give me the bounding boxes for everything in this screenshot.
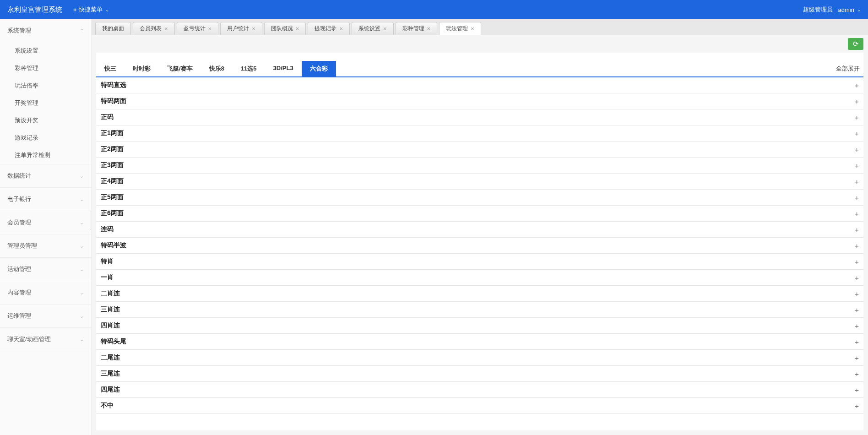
page-tab[interactable]: 提现记录× <box>308 22 350 35</box>
menu-group-header[interactable]: 聊天室/动画管理⌄ <box>0 328 91 351</box>
accordion-item[interactable]: 三肖连+ <box>96 302 863 318</box>
page-tab[interactable]: 玩法管理× <box>439 22 481 35</box>
chevron-down-icon: ⌄ <box>80 173 84 179</box>
accordion-item[interactable]: 二肖连+ <box>96 286 863 302</box>
plus-icon: + <box>855 162 859 169</box>
accordion-item[interactable]: 特码直选+ <box>96 77 863 93</box>
close-icon[interactable]: × <box>296 25 299 32</box>
menu-sub-item[interactable]: 玩法倍率 <box>0 77 91 94</box>
accordion-item-title: 特码头尾 <box>101 337 126 346</box>
accordion-item[interactable]: 四肖连+ <box>96 318 863 334</box>
menu-group: 数据统计⌄ <box>0 164 91 188</box>
close-icon[interactable]: × <box>471 25 474 32</box>
accordion-item[interactable]: 四尾连+ <box>96 382 863 398</box>
menu-group-header[interactable]: 电子银行⌄ <box>0 188 91 211</box>
page-tab[interactable]: 盈亏统计× <box>177 22 219 35</box>
menu-sub-item[interactable]: 系统设置 <box>0 42 91 60</box>
accordion-item-title: 正码 <box>101 113 114 121</box>
plus-icon: + <box>73 6 77 13</box>
quick-menu[interactable]: + 快捷菜单 ⌄ <box>73 5 109 14</box>
category-tab[interactable]: 飞艇/赛车 <box>159 61 201 76</box>
plus-icon: + <box>855 130 859 137</box>
accordion-item[interactable]: 特码头尾+ <box>96 334 863 350</box>
menu-group-header[interactable]: 系统管理⌃ <box>0 19 91 42</box>
page-tab[interactable]: 会员列表× <box>133 22 175 35</box>
content-toolbar: ⟳ <box>92 35 868 53</box>
menu-group-header[interactable]: 数据统计⌄ <box>0 164 91 187</box>
plus-icon: + <box>855 290 859 298</box>
accordion-item-title: 正2两面 <box>101 145 124 153</box>
category-tab[interactable]: 六合彩 <box>302 61 336 76</box>
expand-all-button[interactable]: 全部展开 <box>832 65 863 73</box>
menu-group-label: 运维管理 <box>7 312 31 320</box>
menu-sub-item[interactable]: 注单异常检测 <box>0 147 91 164</box>
plus-icon: + <box>855 226 859 234</box>
accordion-item[interactable]: 三尾连+ <box>96 366 863 382</box>
accordion-item[interactable]: 正3两面+ <box>96 158 863 174</box>
category-tab[interactable]: 时时彩 <box>125 61 159 76</box>
close-icon[interactable]: × <box>252 25 255 32</box>
accordion-item[interactable]: 正5两面+ <box>96 190 863 206</box>
category-tab[interactable]: 3D/PL3 <box>265 61 302 76</box>
menu-group-header[interactable]: 会员管理⌄ <box>0 211 91 234</box>
accordion-item[interactable]: 正2两面+ <box>96 141 863 158</box>
menu-sub-item[interactable]: 游戏记录 <box>0 129 91 147</box>
menu-sub-item[interactable]: 预设开奖 <box>0 112 91 129</box>
content: 快三时时彩飞艇/赛车快乐811选53D/PL3六合彩 全部展开 特码直选+特码两… <box>96 53 863 430</box>
accordion-item[interactable]: 一肖+ <box>96 270 863 286</box>
page-tab[interactable]: 系统设置× <box>352 22 394 35</box>
menu-group-header[interactable]: 内容管理⌄ <box>0 281 91 304</box>
accordion-item-title: 特码两面 <box>101 97 126 105</box>
accordion-item[interactable]: 正码+ <box>96 109 863 125</box>
close-icon[interactable]: × <box>383 25 387 32</box>
page-tab[interactable]: 团队概况× <box>264 22 306 35</box>
accordion-item-title: 一肖 <box>101 273 114 282</box>
menu-group-label: 管理员管理 <box>7 242 37 250</box>
plus-icon: + <box>855 210 859 218</box>
accordion-item[interactable]: 特码半波+ <box>96 238 863 254</box>
menu-group-header[interactable]: 管理员管理⌄ <box>0 234 91 257</box>
accordion-item[interactable]: 不中+ <box>96 398 863 414</box>
menu-group-header[interactable]: 运维管理⌄ <box>0 304 91 327</box>
close-icon[interactable]: × <box>339 25 343 32</box>
category-tab[interactable]: 快三 <box>96 61 125 76</box>
plus-icon: + <box>855 402 859 410</box>
accordion-item[interactable]: 连码+ <box>96 222 863 238</box>
chevron-down-icon: ⌄ <box>80 266 84 272</box>
accordion-item[interactable]: 正6两面+ <box>96 206 863 222</box>
menu-group: 运维管理⌄ <box>0 304 91 328</box>
accordion-item[interactable]: 正1两面+ <box>96 125 863 141</box>
app-title: 永利皇宫管理系统 <box>7 5 62 14</box>
accordion-item-title: 正1两面 <box>101 129 124 137</box>
close-icon[interactable]: × <box>208 25 212 32</box>
refresh-button[interactable]: ⟳ <box>848 38 863 50</box>
user-menu[interactable]: 超级管理员 admin ⌄ <box>803 5 861 14</box>
sidebar-collapse-handle[interactable]: ◀ <box>90 212 92 230</box>
accordion-item[interactable]: 正4两面+ <box>96 174 863 190</box>
menu-sub-item[interactable]: 开奖管理 <box>0 94 91 112</box>
accordion-item[interactable]: 二尾连+ <box>96 350 863 366</box>
page-tab[interactable]: 用户统计× <box>220 22 262 35</box>
page-tab-label: 团队概况 <box>271 25 293 33</box>
category-row: 快三时时彩飞艇/赛车快乐811选53D/PL3六合彩 全部展开 <box>96 61 863 77</box>
category-tab[interactable]: 11选5 <box>233 61 265 76</box>
close-icon[interactable]: × <box>427 25 431 32</box>
chevron-down-icon: ⌄ <box>80 337 84 343</box>
plus-icon: + <box>855 354 859 362</box>
menu-sub-item[interactable]: 彩种管理 <box>0 60 91 77</box>
page-tab-label: 我的桌面 <box>102 25 124 33</box>
accordion-item[interactable]: 特肖+ <box>96 254 863 270</box>
plus-icon: + <box>855 178 859 185</box>
category-tab[interactable]: 快乐8 <box>201 61 233 76</box>
menu-group-header[interactable]: 活动管理⌄ <box>0 258 91 281</box>
accordion-item-title: 正3两面 <box>101 161 124 169</box>
chevron-down-icon: ⌄ <box>105 7 109 12</box>
page-tab[interactable]: 彩种管理× <box>396 22 438 35</box>
close-icon[interactable]: × <box>164 25 168 32</box>
accordion-item[interactable]: 特码两面+ <box>96 93 863 109</box>
category-tabs: 快三时时彩飞艇/赛车快乐811选53D/PL3六合彩 <box>96 61 336 76</box>
accordion-item-title: 连码 <box>101 225 114 234</box>
chevron-down-icon: ⌄ <box>80 313 84 319</box>
accordion-item-title: 二尾连 <box>101 353 120 362</box>
page-tab[interactable]: 我的桌面 <box>95 22 131 35</box>
